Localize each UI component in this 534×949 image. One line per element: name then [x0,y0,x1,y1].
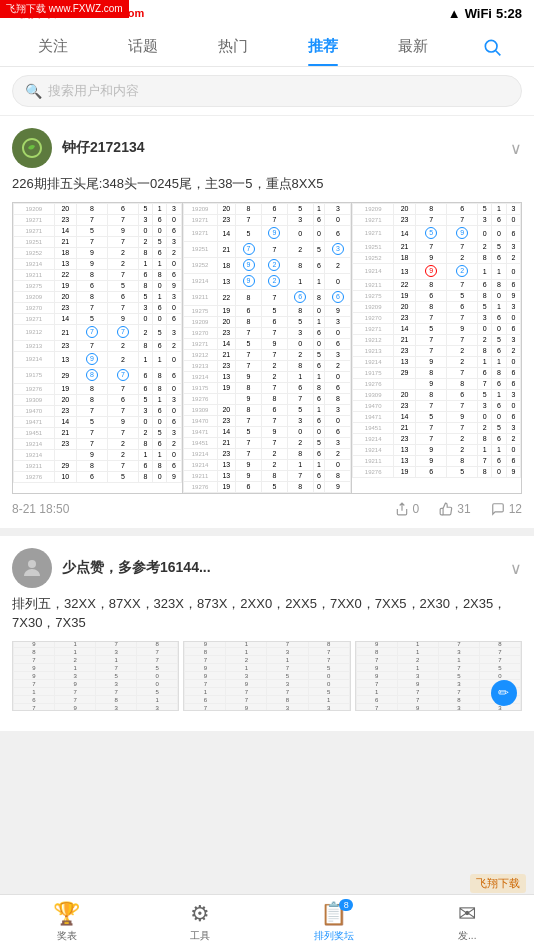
post-card-2: 少点赞，多参考16144... ∨ 排列五，32XX，87XX，323X，873… [0,536,534,731]
post-timestamp-1: 8-21 18:50 [12,502,69,516]
nav-item-forum[interactable]: 📋 8 排列奖坛 [267,901,401,943]
nav-post-label: 发... [458,929,476,943]
data-grid-1: 192092086513 192712377360 192711459006 1… [12,202,522,494]
tab-topic[interactable]: 话题 [114,27,172,66]
svg-point-2 [28,560,36,568]
search-bar-wrap: 🔍 搜索用户和内容 [0,67,534,116]
post-actions-1: 0 31 12 [395,502,522,516]
avatar-1 [12,128,52,168]
grid-col-2: 192092086513 192712377360 192711459006 1… [183,203,352,493]
nav-tools-label: 工具 [190,929,210,943]
chevron-down-icon-2[interactable]: ∨ [510,558,522,577]
share-button-1[interactable]: 0 [395,502,420,516]
time: 5:28 [496,6,522,21]
post-text-2: 排列五，32XX，87XX，323X，873X，2XX0，2XX5，7XX0，7… [12,594,522,633]
svg-point-0 [485,40,497,52]
username-1: 钟仔2172134 [62,139,145,157]
nav-prize-label: 奖表 [57,929,77,943]
search-placeholder: 搜索用户和内容 [48,82,139,100]
search-bar[interactable]: 🔍 搜索用户和内容 [12,75,522,107]
post-icon: ✉ [458,901,476,927]
avatar-2 [12,548,52,588]
wifi-icon: WiFi [465,6,492,21]
top-nav: 关注 话题 热门 推荐 最新 [0,27,534,67]
prize-icon: 🏆 [53,901,80,927]
post-header-1: 钟仔2172134 ∨ [12,128,522,168]
forum-icon: 📋 8 [320,901,347,927]
tab-latest[interactable]: 最新 [384,27,442,66]
nav-item-tools[interactable]: ⚙ 工具 [134,901,268,943]
bottom-watermark: 飞翔下载 [470,874,526,893]
bottom-nav: 🏆 奖表 ⚙ 工具 📋 8 排列奖坛 ✉ 发... [0,894,534,949]
post-footer-1: 8-21 18:50 0 31 12 [12,502,522,516]
feed: 钟仔2172134 ∨ 226期排五头尾:348头一0245尾，主38一5，重点… [0,116,534,731]
nav-item-prize[interactable]: 🏆 奖表 [0,901,134,943]
post-image-2-2: 9178 8137 7217 9175 9350 7930 1775 6781 … [183,641,350,711]
grid-col-3: 192092086513 192712377360 192711459006 1… [352,203,521,493]
tab-follow[interactable]: 关注 [24,27,82,66]
like-button-1[interactable]: 31 [439,502,470,516]
tools-icon: ⚙ [190,901,210,927]
post-header-2: 少点赞，多参考16144... ∨ [12,548,522,588]
post-text-1: 226期排五头尾:348头一0245尾，主38一5，重点8XX5 [12,174,522,194]
username-2: 少点赞，多参考16144... [62,559,211,577]
svg-line-1 [496,50,501,55]
edit-icon[interactable]: ✏ [491,680,517,706]
post-images-2: 9178 8137 7217 9175 9350 7930 1775 6781 … [12,641,522,711]
tab-hot[interactable]: 热门 [204,27,262,66]
search-button[interactable] [474,29,510,65]
post-card-1: 钟仔2172134 ∨ 226期排五头尾:348头一0245尾，主38一5，重点… [0,116,534,528]
post-image-2-3: 9178 8137 7217 9175 9350 7930 1775 6781 … [355,641,522,711]
post-image-2-1: 9178 8137 7217 9175 9350 7930 1775 6781 … [12,641,179,711]
forum-badge: 8 [339,899,353,911]
nav-item-post[interactable]: ✉ 发... [401,901,535,943]
signal-icon: ▲ [448,6,461,21]
chevron-down-icon-1[interactable]: ∨ [510,139,522,158]
grid-col-1: 192092086513 192712377360 192711459006 1… [13,203,182,493]
comment-button-1[interactable]: 12 [491,502,522,516]
status-right: ▲ WiFi 5:28 [448,6,522,21]
search-icon: 🔍 [25,83,42,99]
nav-forum-label: 排列奖坛 [314,929,354,943]
top-watermark: 飞翔下载 www.FXWZ.com [0,0,129,18]
tab-recommend[interactable]: 推荐 [294,27,352,66]
